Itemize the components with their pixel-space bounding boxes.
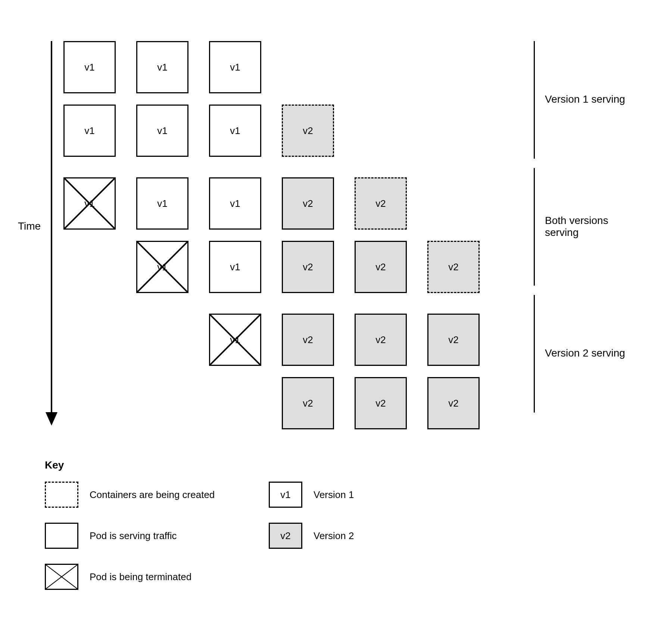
pod-label: v2 xyxy=(375,261,386,273)
phase-label-2: Both versions serving xyxy=(545,215,608,239)
pod-label: v1 xyxy=(230,62,240,73)
pod-r3-c2: v1 xyxy=(209,241,261,293)
pod-r5-c3: v2 xyxy=(282,377,334,429)
pod-r1-c3: v2 xyxy=(282,105,334,157)
pod-label: v1 xyxy=(157,62,167,73)
phase-bar-1 xyxy=(534,41,535,159)
pod-r2-c0: v1 xyxy=(63,177,116,230)
phase-bar-3 xyxy=(534,295,535,413)
pod-label: v2 xyxy=(448,398,458,409)
pod-r1-c0: v1 xyxy=(63,105,116,157)
pod-r3-c3: v2 xyxy=(282,241,334,293)
pod-r5-c4: v2 xyxy=(355,377,407,429)
key-swatch-creating xyxy=(45,482,78,508)
pod-label: v1 xyxy=(230,198,240,209)
key-swatch-v2: v2 xyxy=(269,523,302,549)
svg-marker-1 xyxy=(46,412,57,426)
pod-r4-c4: v2 xyxy=(355,314,407,366)
pod-label: v2 xyxy=(303,198,313,209)
key-title: Key xyxy=(45,459,64,471)
pod-label: v1 xyxy=(230,261,240,273)
pod-label: v2 xyxy=(375,198,386,209)
pod-label: v1 xyxy=(84,125,94,137)
pod-label: v2 xyxy=(375,398,386,409)
pod-r2-c3: v2 xyxy=(282,177,334,230)
pod-label: v2 xyxy=(303,125,313,137)
key-label-creating: Containers are being created xyxy=(90,489,215,501)
pod-label: v2 xyxy=(303,334,313,346)
pod-label: v1 xyxy=(157,125,167,137)
pod-r0-c1: v1 xyxy=(136,41,188,93)
key-label-terminating: Pod is being terminated xyxy=(90,571,191,583)
pod-r1-c2: v1 xyxy=(209,105,261,157)
key-swatch-serving xyxy=(45,523,78,549)
pod-r3-c5: v2 xyxy=(427,241,480,293)
key-label-v2: Version 2 xyxy=(314,530,354,542)
pod-label: v1 xyxy=(230,125,240,137)
pod-r4-c2: v1 xyxy=(209,314,261,366)
pod-r2-c2: v1 xyxy=(209,177,261,230)
time-arrow-icon xyxy=(44,41,59,426)
phase-bar-2 xyxy=(534,168,535,286)
key-swatch-v2-label: v2 xyxy=(280,530,290,542)
pod-label: v2 xyxy=(448,334,458,346)
pod-r3-c4: v2 xyxy=(355,241,407,293)
pod-label: v2 xyxy=(303,261,313,273)
pod-r2-c1: v1 xyxy=(136,177,188,230)
pod-label: v1 xyxy=(84,62,94,73)
cross-icon xyxy=(137,242,187,292)
time-axis-label: Time xyxy=(18,220,41,232)
pod-r3-c1: v1 xyxy=(136,241,188,293)
pod-r1-c1: v1 xyxy=(136,105,188,157)
key-swatch-terminating xyxy=(45,564,78,590)
key-label-serving: Pod is serving traffic xyxy=(90,530,177,542)
pod-label: v1 xyxy=(157,198,167,209)
cross-icon xyxy=(65,178,115,228)
pod-r2-c4: v2 xyxy=(355,177,407,230)
key-label-v1: Version 1 xyxy=(314,489,354,501)
pod-label: v2 xyxy=(448,261,458,273)
pod-label: v2 xyxy=(303,398,313,409)
key-swatch-v1-label: v1 xyxy=(280,489,290,501)
pod-r0-c2: v1 xyxy=(209,41,261,93)
cross-icon xyxy=(46,565,77,589)
pod-r0-c0: v1 xyxy=(63,41,116,93)
phase-label-3: Version 2 serving xyxy=(545,347,625,359)
pod-r5-c5: v2 xyxy=(427,377,480,429)
phase-label-1: Version 1 serving xyxy=(545,93,625,105)
key-swatch-v1: v1 xyxy=(269,482,302,508)
pod-r4-c3: v2 xyxy=(282,314,334,366)
cross-icon xyxy=(210,315,260,365)
pod-label: v2 xyxy=(375,334,386,346)
pod-r4-c5: v2 xyxy=(427,314,480,366)
